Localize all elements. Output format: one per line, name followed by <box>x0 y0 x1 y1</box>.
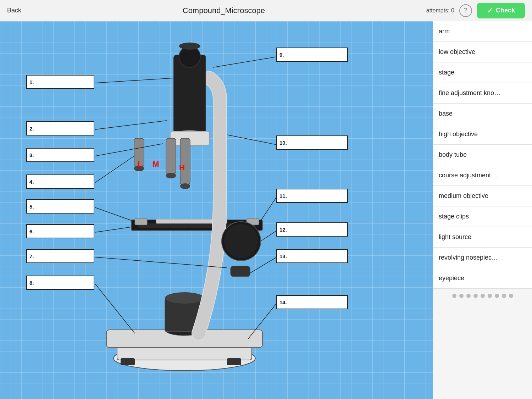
dots-row <box>433 289 532 303</box>
svg-rect-54 <box>27 225 94 238</box>
svg-point-15 <box>179 43 200 50</box>
dot-6 <box>488 294 492 298</box>
dot-2 <box>459 294 464 298</box>
svg-rect-22 <box>180 138 190 184</box>
svg-text:11.: 11. <box>279 193 287 199</box>
svg-rect-68 <box>277 249 348 263</box>
svg-point-7 <box>165 292 204 304</box>
svg-rect-70 <box>277 295 348 309</box>
svg-rect-48 <box>27 148 94 162</box>
answer-high-objective[interactable]: high objective <box>433 124 532 145</box>
svg-rect-56 <box>27 249 94 263</box>
svg-line-37 <box>95 284 135 333</box>
dot-4 <box>473 294 478 298</box>
svg-rect-66 <box>277 223 348 236</box>
help-button[interactable]: ? <box>459 4 472 17</box>
svg-text:13.: 13. <box>279 253 287 259</box>
svg-rect-44 <box>27 75 94 89</box>
header: Back Compound_Microscope attempts: 0 ? C… <box>0 0 532 21</box>
svg-line-38 <box>213 57 277 67</box>
svg-text:5.: 5. <box>29 204 34 210</box>
svg-rect-11 <box>135 218 147 225</box>
dot-1 <box>452 294 456 298</box>
main-area: L M H <box>0 21 532 399</box>
answer-low-objective[interactable]: low objective <box>433 42 532 62</box>
svg-line-33 <box>95 156 134 183</box>
svg-line-34 <box>95 207 135 222</box>
svg-line-31 <box>95 121 167 129</box>
svg-text:3.: 3. <box>29 152 34 158</box>
right-panel: arm low objective stage fine adjustment … <box>433 21 532 399</box>
svg-point-23 <box>180 183 190 189</box>
svg-line-40 <box>259 197 277 223</box>
svg-text:1.: 1. <box>29 79 34 85</box>
svg-rect-29 <box>231 266 250 277</box>
svg-rect-2 <box>121 358 135 365</box>
svg-text:4.: 4. <box>29 179 34 185</box>
answer-fine-adjustment[interactable]: fine adjustment kno… <box>433 83 532 104</box>
dot-8 <box>502 294 506 298</box>
svg-rect-60 <box>277 48 348 61</box>
svg-line-42 <box>250 257 277 273</box>
answer-course-adjustment[interactable]: course adjustment… <box>433 165 532 186</box>
svg-line-41 <box>261 231 277 241</box>
dot-7 <box>495 294 499 298</box>
dot-5 <box>481 294 485 298</box>
svg-text:L: L <box>138 160 142 168</box>
svg-rect-3 <box>227 358 241 365</box>
svg-line-35 <box>95 227 131 232</box>
answer-light-source[interactable]: light source <box>433 227 532 248</box>
svg-line-30 <box>95 78 174 83</box>
svg-text:M: M <box>153 160 159 168</box>
attempts-label: attempts: 0 <box>426 7 454 14</box>
svg-text:2.: 2. <box>29 126 34 132</box>
answer-body-tube[interactable]: body tube <box>433 145 532 165</box>
answer-revolving-nosepiece[interactable]: revolving nosepiec… <box>433 248 532 268</box>
diagram-area: L M H <box>0 21 433 399</box>
svg-text:10.: 10. <box>279 140 287 146</box>
svg-rect-64 <box>277 189 348 203</box>
svg-text:8.: 8. <box>29 280 34 286</box>
check-button[interactable]: Check <box>477 3 525 18</box>
svg-rect-20 <box>166 138 176 174</box>
svg-rect-58 <box>27 276 94 289</box>
svg-text:7.: 7. <box>29 253 34 259</box>
answer-medium-objective[interactable]: medium objective <box>433 186 532 206</box>
dot-3 <box>466 294 471 298</box>
svg-text:14.: 14. <box>279 299 287 305</box>
svg-point-28 <box>224 224 258 258</box>
back-button[interactable]: Back <box>7 7 21 14</box>
page-title: Compound_Microscope <box>183 6 265 15</box>
svg-rect-52 <box>27 200 94 213</box>
dot-9 <box>509 294 513 298</box>
svg-text:H: H <box>179 163 185 172</box>
svg-rect-62 <box>277 136 348 149</box>
svg-rect-46 <box>27 122 94 135</box>
svg-text:6.: 6. <box>29 228 34 234</box>
svg-line-32 <box>95 144 163 156</box>
svg-text:9.: 9. <box>279 52 284 58</box>
svg-line-39 <box>227 135 277 145</box>
microscope-diagram: L M H <box>0 21 433 399</box>
header-right: attempts: 0 ? Check <box>426 3 525 18</box>
svg-point-21 <box>166 173 176 178</box>
svg-line-36 <box>95 257 227 268</box>
answer-base[interactable]: base <box>433 104 532 124</box>
svg-text:12.: 12. <box>279 227 287 233</box>
answer-arm[interactable]: arm <box>433 21 532 42</box>
svg-rect-50 <box>27 175 94 188</box>
answer-stage[interactable]: stage <box>433 62 532 83</box>
answer-eyepiece[interactable]: eyepiece <box>433 268 532 289</box>
answer-stage-clips[interactable]: stage clips <box>433 206 532 227</box>
